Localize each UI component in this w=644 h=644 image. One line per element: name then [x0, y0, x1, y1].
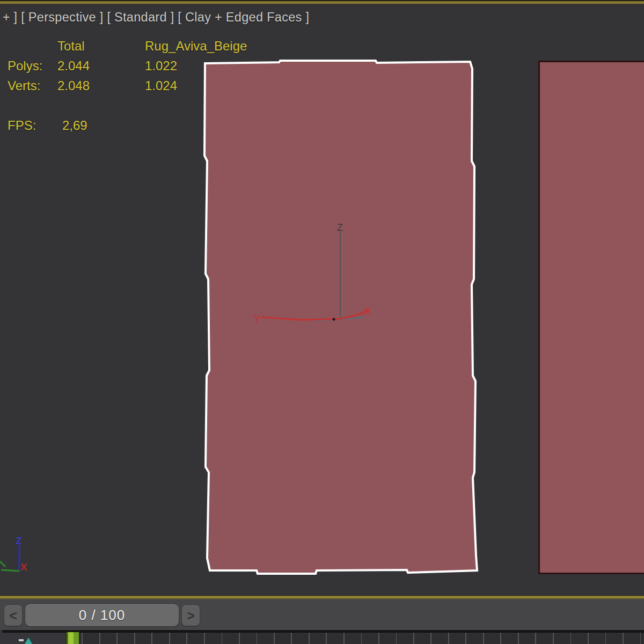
previous-frame-button[interactable]: <	[4, 605, 22, 626]
stats-polys-total: 2.044	[57, 58, 90, 74]
world-y-axis-line	[1, 570, 19, 571]
track-bar-key-arrow-icon[interactable]	[25, 638, 32, 644]
world-x-label: X	[20, 561, 27, 573]
world-axis-tripod: Z X	[0, 534, 38, 580]
rug-object-unselected[interactable]	[538, 61, 644, 574]
viewport-top-border	[0, 0, 644, 4]
stats-polys-object: 1.022	[145, 58, 177, 74]
stats-col-total: Total	[57, 39, 85, 54]
viewport-menu-label[interactable]: [ + ] [ Perspective ] [ Standard ] [ Cla…	[0, 10, 309, 25]
gizmo-y-axis-line	[262, 317, 340, 320]
frame-counter: 0 / 100	[79, 607, 126, 624]
stats-fps-label: FPS:	[8, 118, 36, 133]
stats-fps-value: 2,69	[62, 118, 87, 133]
pivot-axis-gizmo: Z Y X	[241, 217, 381, 327]
gizmo-z-label: Z	[337, 222, 343, 233]
stats-verts-label: Verts:	[8, 78, 40, 93]
track-bar-key-dash	[19, 639, 24, 641]
world-y-axis-tail	[0, 561, 5, 567]
gizmo-x-label: X	[364, 304, 372, 318]
stats-col-object: Rug_Aviva_Beige	[145, 39, 247, 54]
stats-verts-total: 2.048	[57, 78, 90, 93]
world-z-label: Z	[16, 535, 22, 546]
track-bar-ticks[interactable]	[65, 633, 644, 644]
stats-polys-label: Polys:	[8, 58, 42, 74]
gizmo-pivot-dot	[333, 318, 335, 321]
time-slider-track[interactable]: 0 / 100	[25, 604, 179, 626]
time-slider-handle[interactable]	[67, 632, 79, 644]
stats-verts-object: 1.024	[145, 78, 177, 93]
gizmo-y-label: Y	[253, 312, 261, 325]
next-frame-button[interactable]: >	[182, 605, 200, 626]
